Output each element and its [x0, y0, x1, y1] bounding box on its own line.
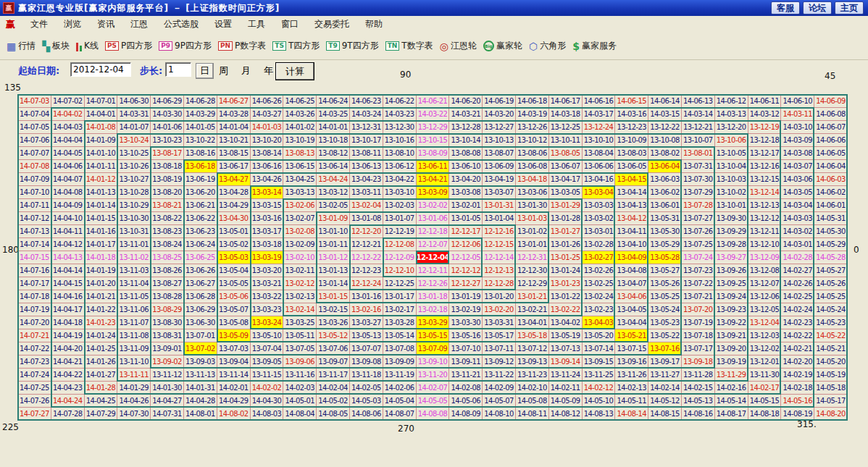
date-cell: 14-03-25	[317, 108, 350, 121]
date-cell: 13-08-01	[682, 147, 715, 160]
tool-label: P数字表	[235, 40, 266, 52]
menu-item-帮助[interactable]: 帮助	[357, 18, 391, 30]
date-cell: 13-12-25	[549, 121, 583, 134]
angle-label-135: 135	[4, 83, 21, 93]
date-cell: 13-06-18	[184, 160, 217, 173]
tool-9p-square[interactable]: P99P四方形	[159, 40, 212, 52]
date-cell: 14-05-29	[814, 238, 848, 251]
date-cell: 13-04-08	[615, 264, 648, 277]
date-cell: 13-07-19	[682, 316, 715, 329]
date-cell: 14-06-05	[814, 147, 848, 160]
date-cell: 13-10-30	[117, 212, 151, 225]
forum-button[interactable]: 论坛	[803, 1, 832, 14]
date-cell: 13-03-18	[251, 238, 284, 251]
date-cell: 14-05-02	[317, 395, 350, 408]
tool-p-number-table[interactable]: PNP数字表	[218, 40, 266, 52]
date-cell: 13-01-06	[417, 212, 450, 225]
date-cell: 14-02-02	[251, 382, 284, 395]
tool-kline[interactable]: K线	[76, 40, 99, 52]
menu-item-资讯[interactable]: 资讯	[89, 18, 122, 30]
date-cell: 14-04-01	[85, 108, 118, 121]
period-option-周[interactable]: 周	[219, 64, 228, 77]
date-cell: 13-03-01	[583, 225, 616, 238]
angle-label-90: 90	[400, 70, 411, 80]
tool-hexagon[interactable]: ⬡六角形	[529, 40, 566, 52]
menu-item-公式选股[interactable]: 公式选股	[156, 18, 206, 30]
date-cell: 14-01-19	[85, 264, 118, 277]
date-cell: 13-02-13	[283, 290, 317, 303]
menu-item-设置[interactable]: 设置	[206, 18, 240, 30]
date-cell: 13-03-17	[251, 225, 284, 238]
toolbar: ▦行情▚板块K线PSP四方形P99P四方形PNP数字表TST四方形T99T四方形…	[0, 33, 868, 60]
date-cell: 13-02-06	[283, 199, 317, 212]
date-cell: 13-09-27	[715, 251, 748, 264]
date-cell: 14-05-01	[283, 395, 317, 408]
customer-service-button[interactable]: 客服	[771, 1, 800, 14]
date-cell: 13-12-17	[748, 147, 782, 160]
date-cell: 14-03-20	[483, 108, 516, 121]
tool-9t-square[interactable]: T99T四方形	[326, 40, 378, 52]
date-cell: 14-07-09	[18, 173, 51, 186]
date-cell: 14-04-18	[51, 316, 85, 329]
date-cell: 13-03-27	[350, 316, 383, 329]
date-cell: 13-12-01	[748, 355, 782, 369]
date-cell: 13-08-16	[184, 147, 217, 160]
tool-winner-wheel[interactable]: Big赢家轮	[483, 40, 522, 52]
period-option-年[interactable]: 年	[264, 64, 273, 77]
date-cell: 14-02-24	[781, 303, 814, 316]
menu-item-窗口[interactable]: 窗口	[273, 18, 306, 30]
date-cell: 12-12-17	[449, 225, 483, 238]
date-cell: 13-06-09	[483, 160, 516, 173]
date-cell: 14-04-07	[51, 173, 85, 186]
menu-item-工具[interactable]: 工具	[240, 18, 273, 30]
homepage-button[interactable]: 主页	[835, 1, 864, 14]
tool-t-number-table[interactable]: TNT数字表	[385, 40, 433, 52]
date-cell: 13-06-25	[184, 251, 217, 264]
menu-item-江恩[interactable]: 江恩	[122, 18, 156, 30]
menu-item-浏览[interactable]: 浏览	[56, 18, 89, 30]
period-option-日[interactable]: 日	[196, 63, 214, 79]
date-cell: 13-05-07	[217, 303, 251, 316]
date-cell: 13-07-26	[682, 225, 715, 238]
date-cell: 13-03-10	[383, 186, 417, 199]
date-cell: 12-12-29	[516, 277, 549, 290]
tool-sectors[interactable]: ▚板块	[42, 40, 70, 52]
menu-item-交易委托[interactable]: 交易委托	[306, 18, 357, 30]
step-input[interactable]	[165, 62, 191, 77]
date-cell: 13-06-11	[417, 160, 450, 173]
date-cell: 14-01-24	[85, 329, 118, 342]
date-cell: 14-05-21	[814, 342, 848, 355]
date-cell: 12-12-05	[449, 251, 483, 264]
date-cell: 14-07-18	[18, 290, 51, 303]
date-cell: 13-11-02	[117, 251, 151, 264]
menu-item-文件[interactable]: 文件	[22, 18, 56, 30]
period-option-月[interactable]: 月	[241, 64, 251, 77]
date-cell: 13-05-08	[217, 316, 251, 329]
date-cell: 13-06-20	[184, 186, 217, 199]
date-cell: 13-11-23	[516, 369, 549, 382]
tool-gann-wheel[interactable]: ◎江恩轮	[440, 40, 477, 52]
date-cell: 13-02-12	[283, 277, 317, 290]
date-cell: 13-10-24	[117, 134, 151, 147]
date-cell: 13-10-11	[549, 134, 583, 147]
date-cell: 13-11-08	[117, 329, 151, 342]
date-cell: 13-08-10	[383, 147, 417, 160]
date-cell: 13-03-28	[383, 316, 417, 329]
date-cell: 13-08-26	[151, 264, 184, 277]
date-cell: 14-08-19	[781, 408, 814, 421]
tool-winner-service[interactable]: $赢家服务	[572, 40, 617, 52]
date-cell: 13-06-21	[184, 199, 217, 212]
date-cell: 13-05-22	[648, 329, 682, 342]
tool-quotes[interactable]: ▦行情	[7, 40, 36, 52]
date-cell: 12-12-06	[449, 238, 483, 251]
date-cell: 13-06-15	[283, 160, 317, 173]
tool-p-square[interactable]: PSP四方形	[105, 40, 152, 52]
date-cell: 13-04-07	[615, 277, 648, 290]
date-cell: 14-05-15	[748, 395, 782, 408]
date-cell: 13-03-06	[516, 186, 549, 199]
date-cell: 13-10-28	[117, 186, 151, 199]
start-date-input[interactable]	[70, 62, 131, 77]
tool-t-square[interactable]: TST四方形	[272, 40, 320, 52]
date-cell: 14-01-30	[151, 382, 184, 395]
calculate-button[interactable]: 计算	[275, 62, 314, 80]
